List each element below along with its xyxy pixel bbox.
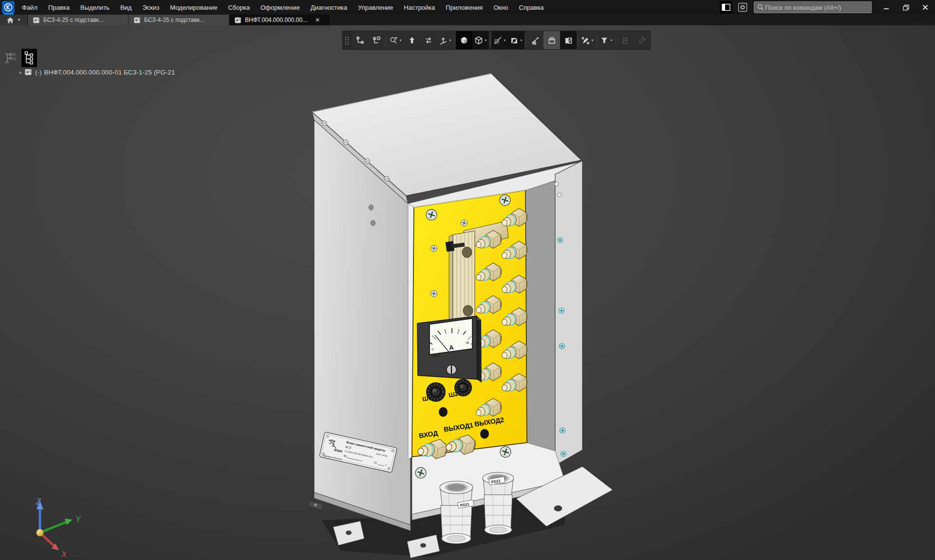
menu-item-13[interactable]: Справка — [514, 0, 549, 15]
chevron-down-icon — [17, 19, 21, 21]
restore-button[interactable] — [896, 0, 916, 15]
flange-hole — [554, 506, 562, 511]
tree-item-label: ВНФТ.004.000.000.000-01 БСЗ-1-25 (PG-21 — [44, 69, 175, 76]
section-button[interactable] — [527, 31, 543, 49]
svg-text:12: 12 — [12, 57, 16, 60]
menu-item-5[interactable]: Моделирование — [165, 0, 223, 15]
home-button[interactable] — [0, 15, 28, 25]
logo-accent-line — [4, 13, 14, 15]
dropdown-arrow-icon[interactable]: ▼ — [399, 39, 402, 42]
search-icon — [757, 4, 764, 11]
document-tab-0[interactable]: БСЗ-4-25 с подставк... — [28, 15, 129, 25]
dropdown-arrow-icon[interactable]: ▼ — [449, 39, 452, 42]
tree-panel-toggles: 111212 — [3, 49, 37, 67]
axis-z-label: Z — [36, 498, 41, 506]
svg-text:1: 1 — [5, 52, 7, 56]
settings-gear-icon[interactable] — [736, 1, 749, 14]
right-wall — [555, 161, 582, 466]
assembly-doc-icon — [133, 17, 141, 24]
home-icon — [6, 17, 14, 24]
toolbar-grip[interactable] — [343, 31, 352, 49]
wall-hole — [555, 182, 559, 186]
tab-label: БСЗ-4-25 с подставк... — [144, 17, 205, 23]
tree-structure-icon[interactable] — [21, 49, 37, 67]
kompas-logo-icon[interactable] — [2, 1, 15, 14]
menu-item-1[interactable]: Правка — [43, 0, 75, 15]
tree-item-state-prefix: (-) — [35, 69, 42, 76]
menu-items: ФайлПравкаВыделитьВидЭскизМоделированиеС… — [17, 0, 549, 15]
ammeter: 0 30 A М42301 — [417, 316, 482, 383]
section-view-button[interactable] — [560, 31, 577, 49]
minimize-button[interactable] — [877, 0, 896, 15]
zoom-fit-button[interactable] — [404, 31, 420, 49]
grip-dots-icon — [344, 36, 350, 45]
menu-item-2[interactable]: Выделить — [75, 0, 115, 15]
section-box-icon — [564, 36, 573, 45]
wall-hole — [558, 193, 561, 197]
menu-item-9[interactable]: Управление — [353, 0, 398, 15]
view-toolbar: ▼▼▼▼▼▼▼ — [342, 31, 651, 50]
model-bsz-enclosure[interactable]: НПК ЭЛИЗ Блок совместной защиты БСЗ УХЛ1… — [308, 74, 613, 558]
panel-screw — [500, 447, 511, 457]
cube-wireframe-icon — [474, 36, 483, 45]
display-wireframe-button[interactable]: ▼ — [472, 31, 489, 49]
hide-scene-button[interactable]: ▼ — [508, 31, 524, 49]
menu-item-4[interactable]: Эскиз — [137, 0, 165, 15]
create-sketch-button[interactable] — [352, 31, 368, 49]
document-tab-2[interactable]: ВНФТ.004.000.000.00...✕ — [229, 15, 330, 25]
model-tree-root[interactable]: ▸ (-) ВНФТ.004.000.000.000-01 БСЗ-1-25 (… — [19, 68, 175, 76]
swap-arrows-icon — [424, 36, 433, 45]
eyedropper-icon — [637, 36, 646, 45]
menu-item-8[interactable]: Диагностика — [305, 0, 353, 15]
teal-screw — [561, 451, 566, 457]
cable-gland: PG21 — [483, 472, 514, 535]
sketch-history-button[interactable] — [368, 31, 385, 49]
menu-item-7[interactable]: Оформление — [255, 0, 305, 15]
ammeter-scale-max: 30 — [466, 341, 469, 345]
document-tab-1[interactable]: БСЗ-4-25 с подставк... — [129, 15, 229, 25]
tab-label: БСЗ-4-25 с подставк... — [43, 17, 104, 23]
close-button[interactable] — [916, 0, 935, 15]
dropdown-arrow-icon[interactable]: ▼ — [520, 39, 523, 42]
orientation-button[interactable]: ▼ — [437, 31, 453, 49]
tree-structure-numbered-icon[interactable]: 111212 — [3, 49, 19, 67]
menu-item-11[interactable]: Приложения — [440, 0, 488, 15]
pick-color-button[interactable] — [634, 31, 650, 49]
shunt-knob — [426, 382, 446, 402]
hide-objects-button[interactable]: ▼ — [491, 31, 508, 49]
dropdown-arrow-icon[interactable]: ▼ — [485, 39, 487, 42]
dropdown-arrow-icon[interactable]: ▼ — [504, 39, 506, 42]
dropdown-arrow-icon[interactable]: ▼ — [610, 39, 613, 42]
menu-item-3[interactable]: Вид — [115, 0, 137, 15]
display-solid-button[interactable] — [456, 31, 472, 49]
nameplate-year: 20 — [374, 461, 377, 464]
zoom-area-button[interactable]: ▼ — [387, 31, 404, 49]
command-search[interactable] — [754, 1, 872, 13]
clip-box-button[interactable] — [543, 31, 560, 49]
teal-screw — [558, 238, 563, 243]
teal-screw — [560, 428, 565, 433]
wall-hole — [369, 205, 374, 210]
appearance-button[interactable]: ▼ — [579, 31, 596, 49]
tab-close-icon[interactable]: ✕ — [314, 17, 321, 23]
viewport-3d[interactable]: НПК ЭЛИЗ Блок совместной защиты БСЗ УХЛ1… — [0, 25, 935, 560]
small-screw — [461, 220, 468, 226]
measure-button[interactable] — [617, 31, 634, 49]
panel-screw — [415, 467, 426, 478]
slash-hide-icon — [493, 36, 502, 45]
tree-expand-arrow[interactable]: ▸ — [19, 70, 22, 75]
panel-hole — [439, 407, 448, 417]
menu-item-6[interactable]: Сборка — [223, 0, 255, 15]
search-input[interactable] — [764, 3, 859, 12]
menu-item-0[interactable]: Файл — [17, 0, 43, 15]
filter-button[interactable]: ▼ — [598, 31, 615, 49]
menu-item-12[interactable]: Окно — [488, 0, 513, 15]
panel-layout-icon[interactable] — [720, 1, 732, 14]
tab-label: ВНФТ.004.000.000.00... — [245, 17, 307, 23]
svg-text:11: 11 — [12, 53, 16, 56]
dropdown-arrow-icon[interactable]: ▼ — [591, 39, 594, 42]
reorient-button[interactable] — [420, 31, 437, 49]
panel-screw — [500, 195, 510, 205]
menu-item-10[interactable]: Настройка — [398, 0, 440, 15]
document-tab-bar: БСЗ-4-25 с подставк...БСЗ-4-25 с подстав… — [0, 15, 935, 25]
